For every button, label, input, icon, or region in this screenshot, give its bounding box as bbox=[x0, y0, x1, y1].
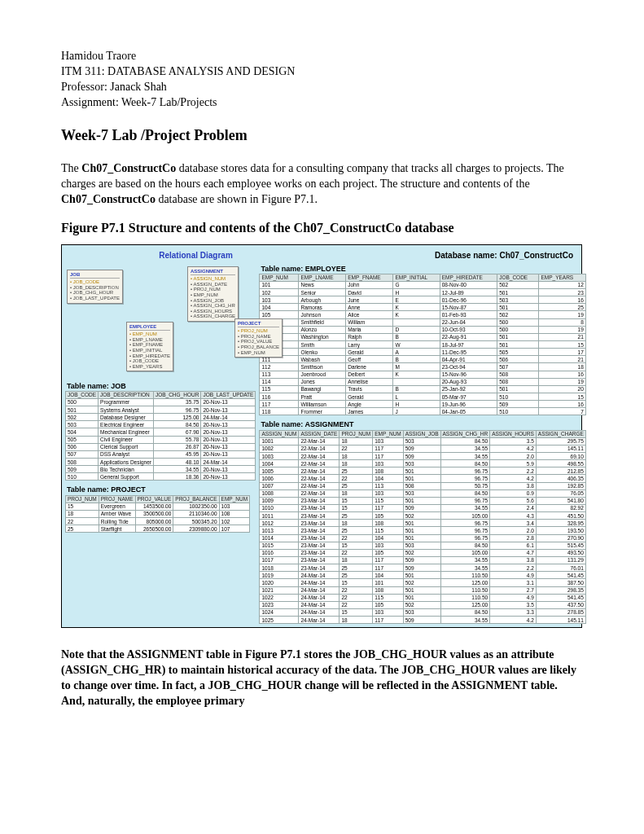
cell: 15 bbox=[66, 503, 99, 510]
cell: 96.75 bbox=[153, 406, 200, 414]
cell: 04-Apr-91 bbox=[440, 356, 497, 363]
table-row: 117WilliamsonAngieH19-Jun-9650916 bbox=[260, 401, 585, 408]
cell: Anne bbox=[346, 304, 393, 311]
cell: Joenbrood bbox=[299, 371, 346, 378]
cell: 510 bbox=[497, 408, 539, 415]
cell: 22 bbox=[340, 445, 373, 452]
cell: 34.55 bbox=[440, 617, 490, 624]
entity-job: JOB• JOB_CODE• JOB_DESCRIPTION• JOB_CHG_… bbox=[67, 270, 123, 304]
cell: 509 bbox=[497, 401, 539, 408]
cell: 16 bbox=[539, 371, 585, 378]
cell: 24-Mar-14 bbox=[299, 594, 340, 601]
table-row: 503Electrical Engineer84.5020-Nov-13 bbox=[66, 421, 256, 428]
cell: 101 bbox=[260, 281, 299, 288]
cell: 4.2 bbox=[490, 617, 537, 624]
cell: 20-Nov-13 bbox=[201, 421, 256, 428]
cell: 20 bbox=[539, 385, 585, 393]
cell: Smithfield bbox=[299, 318, 346, 326]
cell: 04-Jan-05 bbox=[440, 408, 497, 415]
cell: 113 bbox=[260, 371, 299, 378]
table-row: 101323-Mar-142511550196.752.0193.50 bbox=[260, 527, 585, 534]
cell: 500 bbox=[497, 326, 539, 333]
cell: 1453500.00 bbox=[135, 503, 173, 510]
table-row: 102224-Mar-1422115501110.504.9541.45 bbox=[260, 594, 585, 601]
cell: 3.8 bbox=[490, 482, 537, 489]
cell: 501 bbox=[497, 289, 539, 296]
er-diagram-area: JOB• JOB_CODE• JOB_DESCRIPTION• JOB_CHG_… bbox=[65, 263, 256, 377]
cell: 19-Jun-96 bbox=[440, 401, 497, 408]
cell: General Support bbox=[99, 473, 154, 481]
table-row: 100923-Mar-141511550196.755.6541.80 bbox=[260, 497, 585, 504]
table-row: 100122-Mar-141810350384.503.5295.75 bbox=[260, 437, 585, 445]
cell: 15 bbox=[340, 542, 373, 549]
cell: Alonzo bbox=[299, 326, 346, 333]
cell: Evergreen bbox=[99, 503, 135, 510]
cell: A bbox=[393, 349, 440, 356]
cell: 5.9 bbox=[490, 460, 537, 467]
col-header: ASSIGN_NUM bbox=[260, 430, 299, 437]
figure-title: Figure P7.1 Structure and contents of th… bbox=[61, 219, 583, 237]
cell: 23-Mar-14 bbox=[299, 556, 340, 564]
cell: 24-Mar-14 bbox=[201, 459, 256, 466]
entity-field: • JOB_DESCRIPTION bbox=[70, 285, 120, 291]
cell: 103 bbox=[373, 460, 404, 467]
cell: 84.50 bbox=[440, 542, 490, 549]
table-row: 105JohnsonAliceK01-Feb-9350219 bbox=[260, 311, 585, 318]
cell: Jones bbox=[299, 378, 346, 385]
cell: 24-Mar-14 bbox=[201, 414, 256, 421]
col-header: EMP_LNAME bbox=[299, 274, 346, 281]
entity-assignment: ASSIGNMENT• ASSIGN_NUM• ASSIGN_DATE• PRO… bbox=[187, 266, 239, 322]
col-header: ASSIGN_CHG_HR bbox=[440, 430, 490, 437]
cell: 4.9 bbox=[490, 572, 537, 579]
cell: 501 bbox=[403, 586, 440, 594]
cell: 192.85 bbox=[536, 482, 585, 489]
cell: Database Designer bbox=[99, 414, 154, 421]
cell: 1008 bbox=[260, 489, 299, 497]
cell: 437.50 bbox=[536, 601, 585, 608]
cell: 515.45 bbox=[536, 542, 585, 549]
cell: 1021 bbox=[260, 586, 299, 594]
cell: Mechanical Engineer bbox=[99, 428, 154, 436]
cell: 3.8 bbox=[490, 556, 537, 564]
cell: 34.55 bbox=[153, 466, 200, 473]
cell: 6.1 bbox=[490, 542, 537, 549]
cell: 295.75 bbox=[536, 437, 585, 445]
cell: Smith bbox=[299, 341, 346, 349]
cell: 451.50 bbox=[536, 512, 585, 520]
entity-field: • PROJ_NAME bbox=[238, 334, 279, 340]
cell: 2650500.00 bbox=[135, 525, 173, 533]
cell: 20-Aug-93 bbox=[440, 378, 497, 385]
cell: 2110346.00 bbox=[173, 510, 219, 517]
cell bbox=[393, 318, 440, 326]
cell: 11-Dec-95 bbox=[440, 349, 497, 356]
cell: 131.29 bbox=[536, 556, 585, 564]
cell: 125.00 bbox=[440, 579, 490, 586]
cell: Systems Analyst bbox=[99, 406, 154, 414]
cell: 503 bbox=[403, 542, 440, 549]
employee-table-wrap: Table name: EMPLOYEE EMP_NUMEMP_LNAMEEMP… bbox=[259, 263, 585, 416]
cell: 15 bbox=[539, 341, 585, 349]
cell: 4.9 bbox=[490, 594, 537, 601]
table-row: 100822-Mar-141810350384.500.976.05 bbox=[260, 489, 585, 497]
entity-field: • EMP_NUM bbox=[191, 292, 235, 298]
cell: 16 bbox=[539, 401, 585, 408]
cell: Gerald bbox=[346, 349, 393, 356]
cell: 3.5 bbox=[490, 437, 537, 445]
cell: 18 bbox=[340, 520, 373, 527]
cell: 108 bbox=[373, 467, 404, 475]
cell: 117 bbox=[373, 504, 404, 511]
cell: D bbox=[393, 326, 440, 333]
col-header: EMP_NUM bbox=[373, 430, 404, 437]
page-title: Week-7 Lab /Project Problem bbox=[61, 125, 583, 145]
cell: 2.0 bbox=[490, 527, 537, 534]
cell: K bbox=[393, 371, 440, 378]
col-header: PROJ_NAME bbox=[99, 495, 135, 503]
table-row: 100722-Mar-142511350850.753.8192.85 bbox=[260, 482, 585, 489]
cell: 05-Mar-97 bbox=[440, 393, 497, 401]
cell: 96.75 bbox=[440, 527, 490, 534]
cell: Civil Engineer bbox=[99, 436, 154, 443]
cell: 2.2 bbox=[490, 467, 537, 475]
cell: 35.75 bbox=[153, 398, 200, 406]
cell: 502 bbox=[497, 281, 539, 288]
cell: 24-Mar-14 bbox=[299, 617, 340, 624]
